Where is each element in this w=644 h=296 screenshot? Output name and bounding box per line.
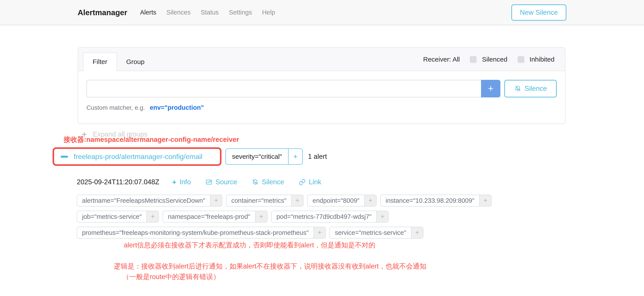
label-text: pod="metrics-77d9cdb497-wdsj7" [272, 211, 376, 222]
label-add-button[interactable]: + [314, 227, 325, 238]
source-link[interactable]: Source [206, 178, 237, 186]
silence-alert-label: Silence [262, 178, 284, 186]
generator-link[interactable]: Link [299, 178, 321, 186]
matcher-input-group: + [86, 80, 500, 98]
label-text: namespace="freeleaps-prod" [163, 211, 255, 222]
group-receiver-label: freeleaps-prod/alertmanager-config/email [74, 152, 202, 161]
annotation-alert-note: alert信息必须在接收器下才表示配置成功，否则即使能看到alert，但是通知是… [124, 240, 376, 250]
label-text: prometheus="freeleaps-monitoring-system/… [77, 227, 314, 238]
silenced-label: Silenced [482, 56, 507, 63]
plus-icon: + [172, 178, 176, 186]
label-text: alertname="FreeleapsMetricsServiceDown" [77, 195, 210, 206]
add-matcher-button[interactable]: + [481, 80, 500, 98]
label-add-button[interactable]: + [146, 211, 158, 222]
receiver-dropdown[interactable]: Receiver: All [423, 56, 460, 63]
group-receiver-button[interactable]: freeleaps-prod/alertmanager-config/email [61, 152, 202, 161]
alert-timestamp: 2025-09-24T11:20:07.048Z [77, 178, 159, 186]
silence-from-filter-button[interactable]: Silence [504, 80, 557, 98]
annotation-route-note: （一般是route中的逻辑有错误） [122, 272, 220, 282]
label-chip-container: container="metrics" + [226, 194, 304, 206]
label-chip-job: job="metrics-service" + [77, 211, 159, 222]
label-add-button[interactable]: + [479, 195, 491, 206]
tab-filter[interactable]: Filter [83, 52, 117, 71]
label-chip-instance: instance="10.233.98.209:8009" + [380, 194, 492, 206]
annotation-receiver-note: 接收器:namespace/altermanager-config-name/r… [64, 135, 239, 144]
label-chip-pod: pod="metrics-77d9cdb497-wdsj7" + [271, 211, 389, 222]
nav-item-help[interactable]: Help [262, 9, 275, 16]
navbar-inner: Alertmanager Alerts Silences Status Sett… [78, 0, 566, 25]
filter-card-body: + Silence Custom matcher, e.g. env="prod… [78, 71, 565, 124]
app-brand[interactable]: Alertmanager [78, 8, 127, 17]
label-chip-prometheus: prometheus="freeleaps-monitoring-system/… [77, 227, 326, 238]
inhibited-label: Inhibited [530, 56, 554, 63]
link-icon [299, 178, 306, 186]
helper-text: Custom matcher, e.g. [86, 104, 145, 111]
silence-button-label: Silence [524, 85, 547, 92]
matcher-helper: Custom matcher, e.g. env="production" [86, 104, 557, 111]
label-chip-endpoint: endpoint="8009" + [307, 194, 376, 206]
nav-item-settings[interactable]: Settings [229, 9, 252, 16]
group-matcher-label: severity="critical" [226, 149, 288, 164]
alert-header: 2025-09-24T11:20:07.048Z + Info Source S… [77, 178, 321, 186]
label-chip-namespace: namespace="freeleaps-prod" + [162, 211, 267, 222]
label-text: endpoint="8009" [308, 195, 364, 206]
silenced-toggle[interactable]: Silenced [470, 56, 507, 63]
info-link-label: Info [180, 178, 191, 186]
helper-example-link[interactable]: env="production" [150, 104, 204, 111]
annotation-logic-note: 逻辑是：接收器收到alert后进行通知，如果alert不在接收器下，说明接收器没… [114, 262, 426, 271]
inhibited-checkbox[interactable] [518, 56, 524, 63]
filter-card: Filter Group Receiver: All Silenced Inhi… [78, 47, 566, 124]
matcher-input[interactable] [86, 80, 481, 98]
plus-icon: + [488, 83, 494, 94]
label-add-button[interactable]: + [376, 211, 388, 222]
bell-slash-icon [514, 85, 521, 92]
source-link-label: Source [216, 178, 237, 186]
tab-group[interactable]: Group [117, 52, 154, 71]
alert-group-row: freeleaps-prod/alertmanager-config/email… [52, 147, 327, 166]
bell-slash-icon [252, 178, 259, 186]
group-matcher-chip: severity="critical" + [226, 148, 303, 165]
annotation-red-box: freeleaps-prod/alertmanager-config/email [52, 147, 222, 166]
alert-labels: alertname="FreeleapsMetricsServiceDown" … [77, 194, 568, 238]
inhibited-toggle[interactable]: Inhibited [518, 56, 554, 63]
chart-line-icon [206, 178, 212, 186]
filter-tabs: Filter Group [83, 52, 154, 71]
collapse-minus-icon [61, 156, 68, 158]
label-add-button[interactable]: + [210, 195, 222, 206]
generator-link-label: Link [309, 178, 321, 186]
top-navbar: Alertmanager Alerts Silences Status Sett… [0, 0, 644, 25]
group-matcher-add-button[interactable]: + [288, 149, 302, 164]
label-add-button[interactable]: + [411, 227, 423, 238]
alert-actions: + Info Source Silence Link [172, 178, 321, 186]
label-chip-alertname: alertname="FreeleapsMetricsServiceDown" … [77, 194, 222, 206]
alert-count: 1 alert [308, 152, 327, 160]
label-text: service="metrics-service" [330, 227, 411, 238]
label-add-button[interactable]: + [291, 195, 303, 206]
filter-header-controls: Receiver: All Silenced Inhibited [423, 48, 554, 71]
label-chip-service: service="metrics-service" + [330, 227, 423, 238]
label-text: job="metrics-service" [77, 211, 146, 222]
filter-card-header: Filter Group Receiver: All Silenced Inhi… [78, 48, 565, 71]
nav-item-status[interactable]: Status [200, 9, 219, 16]
label-add-button[interactable]: + [255, 211, 267, 222]
nav-item-silences[interactable]: Silences [166, 9, 191, 16]
nav-item-alerts[interactable]: Alerts [140, 9, 156, 16]
silence-alert-link[interactable]: Silence [252, 178, 284, 186]
label-add-button[interactable]: + [364, 195, 376, 206]
silenced-checkbox[interactable] [470, 56, 476, 63]
matcher-row: + Silence [86, 80, 557, 98]
info-link[interactable]: + Info [172, 178, 191, 186]
label-text: container="metrics" [226, 195, 291, 206]
label-text: instance="10.233.98.209:8009" [381, 195, 479, 206]
new-silence-button[interactable]: New Silence [511, 4, 566, 21]
